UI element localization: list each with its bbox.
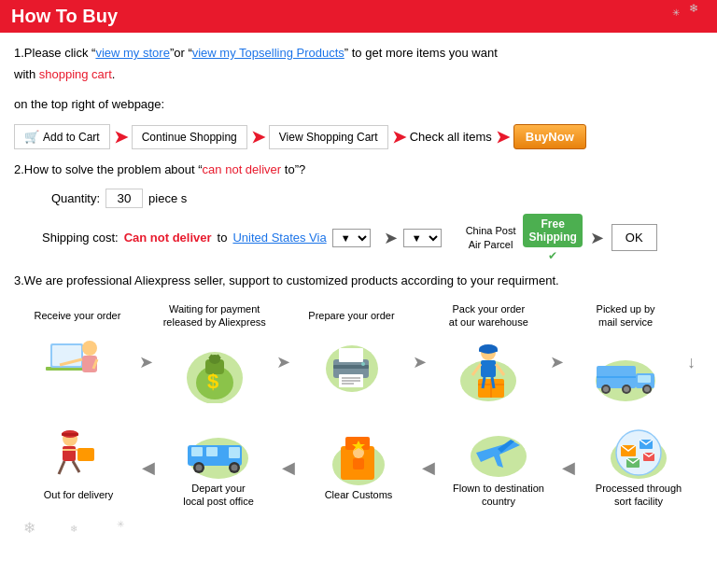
piece-text: piece s <box>148 191 187 205</box>
arrow4: ➤ <box>496 127 510 147</box>
delivery-item-prepare: Prepare your order <box>296 309 408 398</box>
arrow-r1-3: ➤ <box>413 352 427 372</box>
add-to-cart-label: Add to Cart <box>43 131 100 144</box>
step2-title: 2.How to solve the problem about “can no… <box>14 159 703 180</box>
step1-instruction: on the top right of webpage: <box>14 93 703 115</box>
delivery-item-receive: Receive your order <box>21 309 134 398</box>
shopping-cart-link[interactable]: shopping cart <box>39 67 112 81</box>
icon-customs <box>321 418 396 488</box>
free-shipping-area: Free Shipping ✔ <box>523 214 582 262</box>
delivery-row1: Receive your order <box>14 302 703 405</box>
arrow-r2-3: ◀ <box>422 457 435 478</box>
us-link[interactable]: United States Via <box>232 231 326 245</box>
step1-period: . <box>112 67 116 81</box>
free-shipping-badge: Free Shipping <box>523 214 582 247</box>
arrow-r1-1: ➤ <box>139 352 153 372</box>
delivery-item-pickup: Picked up by mail service <box>569 302 682 405</box>
label-payment: Waiting for payment released by Aliexpre… <box>163 302 266 329</box>
arrow-r2-1: ◀ <box>142 457 155 478</box>
arrow-r1-2: ➤ <box>276 352 290 372</box>
snowflake-bottom2: ❄ <box>70 524 77 534</box>
arrow-r1-down: ↓ <box>687 353 696 372</box>
svg-point-3 <box>82 341 97 356</box>
snowflake-deco2: ✳ <box>672 7 680 18</box>
buy-now-button[interactable]: BuyNow <box>513 124 586 149</box>
view-store-link[interactable]: view my store <box>95 46 169 60</box>
label-pickup: Picked up by mail service <box>597 302 655 329</box>
icon-truck <box>588 334 663 404</box>
step2-red: can not deliver <box>203 162 282 176</box>
ok-button[interactable]: OK <box>612 224 657 251</box>
view-shopping-cart-button[interactable]: View Shopping Cart <box>269 125 388 149</box>
svg-rect-30 <box>481 360 496 377</box>
quantity-label: Quantity: <box>51 191 100 205</box>
view-cart-label: View Shopping Cart <box>279 131 378 144</box>
icon-van <box>181 412 256 482</box>
svg-rect-49 <box>63 446 76 461</box>
shipping-select2[interactable]: ▼ <box>403 229 442 247</box>
china-post-line2: Air Parcel <box>466 238 516 251</box>
delivery-section: Receive your order <box>14 302 703 542</box>
svg-rect-67 <box>353 458 364 469</box>
svg-line-50 <box>59 461 64 474</box>
add-to-cart-button[interactable]: 🛒 Add to Cart <box>14 124 110 149</box>
svg-point-40 <box>603 386 609 392</box>
label-prepare: Prepare your order <box>308 309 394 322</box>
arrow-r2-2: ◀ <box>282 457 295 478</box>
shipping-row: Shipping cost: Can not deliver to United… <box>42 214 703 262</box>
cart-icon: 🛒 <box>24 130 39 144</box>
delivery-item-airplane: Flown to destination country <box>443 412 555 514</box>
label-airplane: Flown to destination country <box>453 482 544 509</box>
arrow2: ➤ <box>251 127 265 147</box>
quantity-row: Quantity: piece s <box>51 189 703 208</box>
shipping-cost-label: Shipping cost: <box>42 231 119 245</box>
arrow-r2-4: ◀ <box>562 457 575 478</box>
header-line <box>125 16 706 18</box>
label-pack: Pack your order at our warehouse <box>449 302 528 329</box>
main-content: 1.Please click “view my store”or “view m… <box>0 33 717 552</box>
svg-line-34 <box>492 377 494 388</box>
step3-section: 3.We are professional Aliexpress seller,… <box>14 273 703 287</box>
buy-now-label: BuyNow <box>526 130 574 144</box>
cannot-deliver-text: Can not deliver <box>124 231 212 245</box>
svg-rect-29 <box>479 349 498 352</box>
step2-end: to”? <box>281 162 305 176</box>
svg-point-44 <box>644 386 650 392</box>
arrow3: ➤ <box>392 127 406 147</box>
svg-line-51 <box>73 461 79 472</box>
quantity-input[interactable] <box>105 189 143 208</box>
header-bar: How To Buy ❄ ✳ <box>0 0 717 33</box>
delivery-item-pack: Pack your order at our warehouse <box>432 302 544 405</box>
china-post-box: China Post Air Parcel <box>466 224 516 251</box>
label-postoffice: Depart your local post office <box>183 482 254 509</box>
continue-shopping-button[interactable]: Continue Shopping <box>132 125 247 149</box>
delivery-item-sorting: Processed through sort facility <box>583 412 695 514</box>
icon-worker <box>451 334 526 404</box>
icon-money-bag: $ <box>177 334 252 404</box>
page-title: How To Buy <box>11 6 118 27</box>
arrow1: ➤ <box>114 127 128 147</box>
snowflake-deco1: ❄ <box>689 2 698 15</box>
delivery-item-outdelivery: Out for delivery <box>22 418 134 507</box>
svg-rect-56 <box>229 447 240 458</box>
svg-text:$: $ <box>207 370 218 393</box>
view-topselling-link[interactable]: view my Topselling Products <box>192 46 344 60</box>
china-post-line1: China Post <box>466 224 516 237</box>
delivery-row2: Out for delivery ◀ <box>14 412 703 514</box>
svg-rect-52 <box>77 448 94 461</box>
svg-rect-48 <box>62 433 78 436</box>
delivery-item-payment: Waiting for payment released by Aliexpre… <box>159 302 271 405</box>
icon-deliveryman <box>41 418 116 488</box>
delivery-item-customs: Clear Customs <box>302 418 415 507</box>
step3-text: 3.We are professional Aliexpress seller,… <box>14 273 559 287</box>
step1-intro: 1.Please click “ <box>14 46 95 60</box>
bottom-decorations: ❄ ❄ ✳ <box>14 514 703 542</box>
step2-section: 2.How to solve the problem about “can no… <box>14 159 703 261</box>
svg-point-66 <box>353 447 364 458</box>
shipping-method-select[interactable]: ▼ <box>332 229 371 247</box>
free-line1: Free <box>541 217 564 231</box>
svg-point-42 <box>624 386 629 392</box>
free-line2: Shipping <box>528 231 576 244</box>
checkmark-icon: ✔ <box>548 249 557 262</box>
icon-printer <box>315 328 389 398</box>
